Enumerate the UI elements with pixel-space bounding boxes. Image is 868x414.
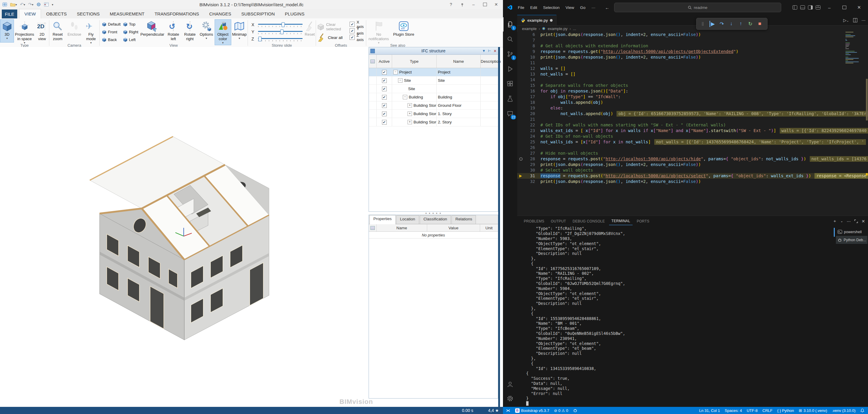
code-line-17[interactable]: 17 if obj["Type"] == "IfcWall":: [517, 94, 868, 100]
menu-view[interactable]: View: [563, 4, 577, 11]
quick-access-more-button[interactable]: ▾: [52, 3, 53, 6]
ifc-tree-row[interactable]: ✔−SiteSite: [369, 77, 498, 85]
code-line-27[interactable]: 27# Hide non-wall objects: [517, 150, 868, 156]
open-file-button[interactable]: ▾: [10, 2, 17, 6]
bell-icon[interactable]: [860, 408, 864, 413]
menu-go[interactable]: Go: [578, 4, 588, 11]
step-over-icon[interactable]: ↷: [717, 19, 726, 28]
2d-view-button[interactable]: 2D2D view: [35, 19, 49, 42]
code-line-16[interactable]: 16for obj in response.json()["Data"]:: [517, 88, 868, 94]
code-line-32[interactable]: 32print(json.dumps(response.json(), inde…: [517, 179, 868, 184]
breadcrumb-item[interactable]: example.py: [548, 27, 567, 31]
view-button-right[interactable]: Right: [123, 28, 138, 36]
toggle-panel-icon[interactable]: [800, 5, 805, 9]
panel-close-icon[interactable]: ✕: [862, 219, 865, 224]
activity-files-icon[interactable]: 1: [503, 17, 517, 32]
activity-settings-icon[interactable]: [503, 391, 517, 406]
breadcrumb-item[interactable]: example: [522, 27, 536, 31]
rotate-right-button[interactable]: ↻Rotate right: [182, 19, 198, 42]
checkbox-icon[interactable]: ✔: [349, 22, 354, 27]
menu-tab-view[interactable]: VIEW: [19, 9, 41, 19]
menu-file[interactable]: File: [516, 4, 527, 11]
properties-tab-classification[interactable]: Classification: [420, 215, 451, 224]
split-editor-button[interactable]: [853, 18, 857, 22]
checkbox-x-axis[interactable]: ✔X axis: [349, 22, 366, 27]
col-prop-name[interactable]: Name: [377, 224, 427, 231]
breakpoint-icon[interactable]: [519, 157, 523, 160]
view-button-default[interactable]: Default: [102, 21, 121, 28]
filter-icon[interactable]: [369, 224, 377, 231]
object-color-button[interactable]: Object color▾: [215, 19, 231, 45]
code-line-9[interactable]: 9response = requests.get("http://localho…: [517, 49, 868, 54]
help-button[interactable]: ?: [446, 1, 456, 8]
activity-scm-icon[interactable]: 1: [503, 47, 517, 61]
menu-tab-changes[interactable]: CHANGES: [204, 9, 236, 19]
reset-zoom-button[interactable]: Reset zoom: [49, 19, 66, 42]
rotate-left-button[interactable]: ↺Rotate left: [165, 19, 182, 42]
visibility-checkbox[interactable]: ✔: [382, 103, 387, 108]
layout-icon[interactable]: [816, 5, 820, 9]
status--0-0[interactable]: ⊘ 0 ⚠ 0: [554, 408, 568, 413]
code-line-22[interactable]: 22# Get IDs of walls with names starting…: [517, 122, 868, 128]
properties-tab-relations[interactable]: Relations: [452, 215, 476, 224]
code-line-15[interactable]: 15# Separate walls from other objects: [517, 83, 868, 88]
properties-tab-properties[interactable]: Properties: [370, 215, 396, 224]
checkbox-z-axis[interactable]: ✔Z axis: [349, 35, 366, 40]
slider-thumb[interactable]: [280, 29, 284, 34]
menu-tab-objects[interactable]: OBJECTS: [41, 9, 72, 19]
properties-tab-location[interactable]: Location: [396, 215, 419, 224]
code-line-24[interactable]: 24# Get IDs of non-wall objects: [517, 134, 868, 139]
status-right-4[interactable]: { } Python: [777, 408, 794, 413]
code-line-19[interactable]: 19 else:: [517, 105, 868, 111]
expander-icon[interactable]: −: [403, 95, 407, 99]
perpendicular-button[interactable]: Perpendicular: [140, 19, 165, 42]
status-right-0[interactable]: Ln 31, Col 1: [699, 408, 720, 413]
menu-tab-subscription[interactable]: SUBSCRIPTION: [236, 9, 280, 19]
expander-icon[interactable]: −: [398, 78, 402, 83]
ifc-tree-row[interactable]: ✔+Building StoreyGround Floor: [369, 101, 498, 110]
zoom-selected-button[interactable]: [36, 2, 41, 7]
activity-extensions-icon[interactable]: [503, 77, 517, 91]
code-line-13[interactable]: 13not_walls = []: [517, 71, 868, 77]
expander-icon[interactable]: −: [393, 70, 398, 75]
code-line-8[interactable]: 8# Get all objects with extended informa…: [517, 43, 868, 49]
new-terminal-button[interactable]: ＋: [833, 218, 837, 224]
command-search-box[interactable]: readme: [614, 3, 781, 12]
clear-all-button[interactable]: Clear all: [316, 34, 349, 41]
ifc-tree-row[interactable]: ✔+Building Storey1. Story: [369, 110, 498, 118]
breadcrumb-item[interactable]: ...: [573, 27, 576, 31]
visibility-checkbox[interactable]: ✔: [382, 120, 387, 125]
visibility-checkbox[interactable]: ✔: [382, 78, 387, 83]
ifc-tree-row[interactable]: ✔−BuildingBuilding: [369, 93, 498, 101]
terminal-item-pythondeb[interactable]: Python Deb...: [836, 236, 867, 244]
code-line-29[interactable]: 29print(json.dumps(response.json(), inde…: [517, 162, 868, 168]
panel-tab-problems[interactable]: PROBLEMS: [521, 217, 547, 225]
menu-selection[interactable]: Selection: [541, 4, 562, 11]
visibility-checkbox[interactable]: ✔: [382, 87, 387, 91]
code-line-25[interactable]: 25not_walls_ids = [x["Id"] for x in not_…: [517, 139, 868, 145]
drag-handle-icon[interactable]: ⣿: [698, 19, 707, 28]
checkbox-y-axis[interactable]: ✔Y axis: [349, 28, 366, 33]
code-line-6[interactable]: 6print(json.dumps(response.json(), inden…: [517, 32, 868, 37]
expander-icon[interactable]: +: [407, 120, 412, 124]
terminal-dropdown-icon[interactable]: ⌄: [840, 219, 843, 223]
menu-moremoremore[interactable]: ···: [589, 4, 598, 11]
col-active[interactable]: Active: [377, 55, 392, 68]
code-line-21[interactable]: 21: [517, 117, 868, 122]
terminal-output[interactable]: "Type": "IfcRailing", "GlobalId": "2f_Dg…: [526, 226, 835, 407]
status-right-2[interactable]: UTF-8: [747, 408, 758, 413]
code-line-31[interactable]: 31response = requests.post("http://local…: [517, 173, 868, 179]
close-button[interactable]: ✕: [853, 0, 865, 15]
menu-tab-measurement[interactable]: MEASUREMENT: [105, 9, 150, 19]
panel-tree-icon[interactable]: ⊢: [488, 49, 491, 53]
activity-debug-icon[interactable]: [503, 62, 517, 76]
status-bug[interactable]: [573, 408, 577, 413]
panel-splitter[interactable]: ● ● ● ● ●: [369, 212, 498, 215]
checkbox-icon[interactable]: ✔: [349, 35, 354, 40]
panel-tab-output[interactable]: OUTPUT: [549, 217, 568, 225]
activity-comments-icon[interactable]: 22: [503, 107, 517, 121]
visibility-checkbox[interactable]: ✔: [382, 95, 387, 100]
run-python-button[interactable]: ▷⌄: [843, 18, 849, 23]
continue-icon[interactable]: ▶: [708, 19, 717, 28]
visibility-checkbox[interactable]: ✔: [382, 112, 387, 116]
